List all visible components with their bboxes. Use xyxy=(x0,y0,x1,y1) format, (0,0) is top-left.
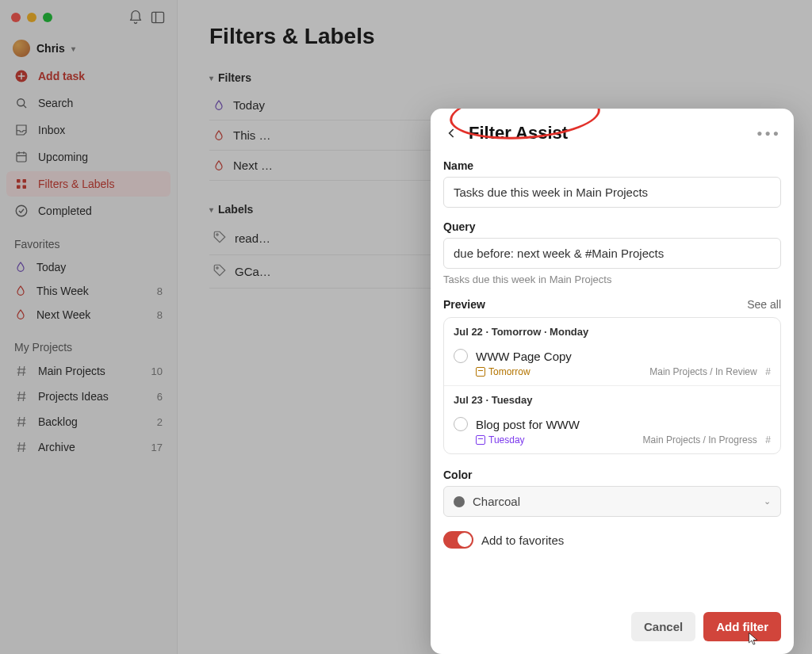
preview-task-row[interactable]: Blog post for WWW Tuesday Main Projects … xyxy=(444,411,780,453)
name-input[interactable] xyxy=(443,177,781,208)
hash-icon: # xyxy=(765,434,771,446)
task-path: Main Projects / In Progress # xyxy=(643,434,771,446)
task-checkbox[interactable] xyxy=(454,349,468,363)
preview-label: Preview xyxy=(443,298,485,311)
task-checkbox[interactable] xyxy=(454,417,468,431)
query-hint: Tasks due this week in Main Projects xyxy=(443,273,781,285)
add-filter-button[interactable]: Add filter xyxy=(703,612,781,641)
modal-title: Filter Assist xyxy=(469,123,568,143)
add-to-favorites-label: Add to favorites xyxy=(481,534,564,547)
add-to-favorites-toggle[interactable] xyxy=(443,531,473,549)
color-value: Charcoal xyxy=(473,495,520,508)
color-select[interactable]: Charcoal ⌄ xyxy=(443,486,781,517)
preview-date-header: Jul 23 · Tuesday xyxy=(444,386,780,411)
color-field-label: Color xyxy=(443,469,781,481)
task-title: Blog post for WWW xyxy=(476,418,580,431)
preview-task-row[interactable]: WWW Page Copy Tomorrow Main Projects / I… xyxy=(444,342,780,386)
preview-box: Jul 22 · Tomorrow · Monday WWW Page Copy… xyxy=(443,317,781,454)
task-due-chip: Tuesday xyxy=(476,434,525,446)
task-due-chip: Tomorrow xyxy=(476,366,530,377)
cancel-button[interactable]: Cancel xyxy=(631,612,695,641)
calendar-small-icon xyxy=(476,367,485,377)
task-path: Main Projects / In Review # xyxy=(649,366,771,377)
see-all-link[interactable]: See all xyxy=(747,298,781,311)
back-arrow-icon[interactable] xyxy=(443,124,461,142)
calendar-small-icon xyxy=(476,435,485,445)
hash-icon: # xyxy=(765,366,771,377)
filter-assist-modal: Filter Assist ●●● Name Query Tasks due t… xyxy=(431,109,794,654)
more-options-icon[interactable]: ●●● xyxy=(756,128,781,139)
query-input[interactable] xyxy=(443,238,781,269)
chevron-down-icon: ⌄ xyxy=(764,496,771,507)
preview-date-header: Jul 22 · Tomorrow · Monday xyxy=(444,318,780,342)
query-field-label: Query xyxy=(443,220,781,233)
task-title: WWW Page Copy xyxy=(476,350,572,363)
color-swatch-icon xyxy=(454,496,465,507)
name-field-label: Name xyxy=(443,159,781,172)
